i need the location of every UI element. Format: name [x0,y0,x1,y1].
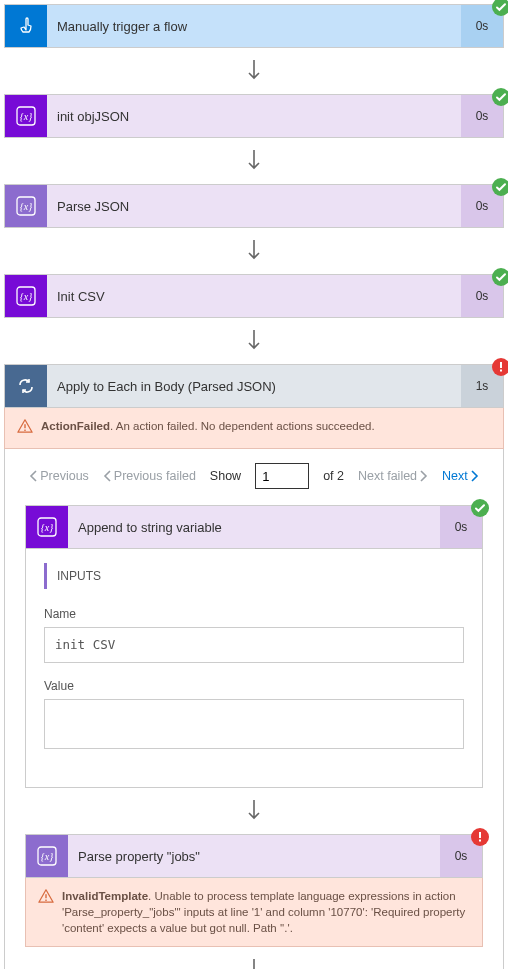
pager-of-text: of 2 [323,469,344,483]
arrow-down-icon [25,947,483,969]
arrow-down-icon [4,318,504,364]
arrow-down-icon [4,48,504,94]
variable-icon [5,95,47,137]
variable-icon [26,835,68,877]
step-init-objjson[interactable]: init objJSON 0s [4,94,504,138]
inputs-card: INPUTS Name init CSV Value [25,549,483,788]
variable-icon [26,506,68,548]
field-name-value: init CSV [44,627,464,663]
loop-container-body: Previous Previous failed Show of 2 Next … [4,449,504,969]
loop-icon [5,365,47,407]
pager-show-label: Show [210,469,241,483]
inputs-header: INPUTS [44,563,464,589]
step-parse-jobs[interactable]: Parse property "jobs" 0s [25,834,483,878]
step-title: Apply to Each in Body (Parsed JSON) [47,365,461,407]
warning-icon [17,418,33,438]
field-label-name: Name [44,607,464,621]
step-title: Parse JSON [47,185,461,227]
pager-next[interactable]: Next [442,469,479,483]
success-badge-icon [471,499,489,517]
pager-page-input[interactable] [255,463,309,489]
pager: Previous Previous failed Show of 2 Next … [25,463,483,489]
pager-next-failed[interactable]: Next failed [358,469,428,483]
step-title: Manually trigger a flow [47,5,461,47]
step-apply-each-body[interactable]: Apply to Each in Body (Parsed JSON) 1s [4,364,504,408]
arrow-down-icon [25,788,483,834]
step-manual-trigger[interactable]: Manually trigger a flow 0s [4,4,504,48]
field-value-value [44,699,464,749]
variable-icon [5,275,47,317]
arrow-down-icon [4,138,504,184]
success-badge-icon [492,0,508,16]
step-title: Append to string variable [68,506,440,548]
error-message: . An action failed. No dependent actions… [110,420,375,432]
step-append-string-variable[interactable]: Append to string variable 0s [25,505,483,549]
success-badge-icon [492,268,508,286]
error-title: ActionFailed [41,420,110,432]
arrow-down-icon [4,228,504,274]
pager-previous-failed[interactable]: Previous failed [103,469,196,483]
success-badge-icon [492,88,508,106]
finger-icon [5,5,47,47]
step-parse-json[interactable]: Parse JSON 0s [4,184,504,228]
error-badge-icon [492,358,508,376]
variable-icon [5,185,47,227]
step-title: Parse property "jobs" [68,835,440,877]
pager-previous[interactable]: Previous [29,469,89,483]
error-badge-icon [471,828,489,846]
error-banner-invalid-template: InvalidTemplate. Unable to process templ… [25,878,483,947]
error-banner-action-failed: ActionFailed. An action failed. No depen… [4,408,504,449]
warning-icon [38,888,54,908]
field-label-value: Value [44,679,464,693]
error-title: InvalidTemplate [62,890,148,902]
step-init-csv[interactable]: Init CSV 0s [4,274,504,318]
step-title: init objJSON [47,95,461,137]
success-badge-icon [492,178,508,196]
step-title: Init CSV [47,275,461,317]
